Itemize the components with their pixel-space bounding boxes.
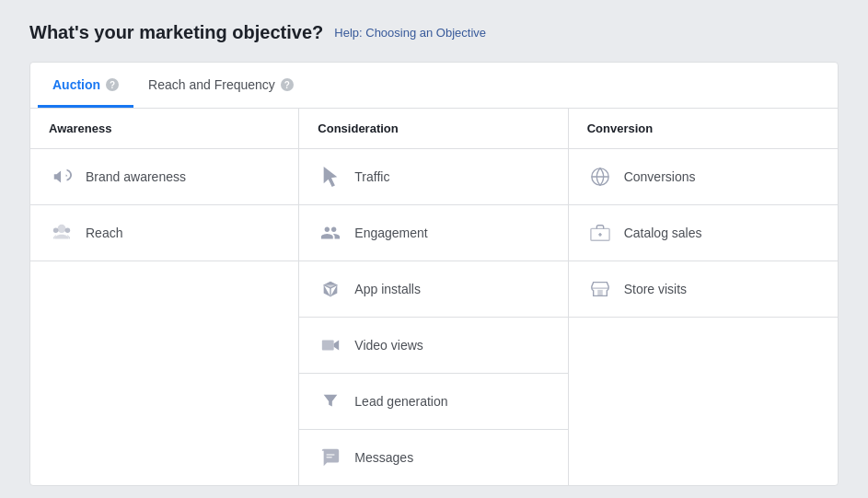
objectives-headers: Awareness Consideration Conversion xyxy=(30,109,838,149)
col-awareness: Brand awareness Reach xyxy=(30,149,299,485)
col-awareness-empty xyxy=(30,261,298,485)
col-header-awareness: Awareness xyxy=(30,109,299,149)
reach-icon xyxy=(49,220,75,246)
box-icon xyxy=(318,276,343,302)
engagement-icon xyxy=(318,220,343,246)
cart-icon xyxy=(587,220,613,246)
svg-marker-2 xyxy=(324,282,338,288)
obj-lead-generation-label: Lead generation xyxy=(354,394,447,409)
obj-store-visits-label: Store visits xyxy=(624,282,687,296)
obj-reach[interactable]: Reach xyxy=(30,205,298,261)
obj-traffic[interactable]: Traffic xyxy=(299,149,567,205)
col-conversion: Conversions Catalog sales xyxy=(569,149,838,485)
obj-brand-awareness[interactable]: Brand awareness xyxy=(30,149,298,205)
main-card: Auction ? Reach and Frequency ? Awarenes… xyxy=(29,62,839,486)
tab-auction[interactable]: Auction ? xyxy=(38,63,133,108)
obj-video-views-label: Video views xyxy=(354,338,422,353)
obj-reach-label: Reach xyxy=(86,226,122,240)
svg-point-0 xyxy=(53,228,59,234)
video-icon xyxy=(318,332,343,358)
help-link[interactable]: Help: Choosing an Objective xyxy=(334,26,486,40)
col-consideration: Traffic Engagement xyxy=(299,149,568,485)
page-title: What's your marketing objective? xyxy=(29,22,323,43)
obj-conversions[interactable]: Conversions xyxy=(569,149,838,205)
col-conversion-empty xyxy=(569,318,838,485)
tab-auction-info: ? xyxy=(106,78,119,91)
svg-rect-5 xyxy=(327,457,332,457)
funnel-icon xyxy=(318,388,343,414)
obj-app-installs-label: App installs xyxy=(354,282,421,296)
obj-video-views[interactable]: Video views xyxy=(299,318,567,374)
obj-catalog-sales[interactable]: Catalog sales xyxy=(569,205,838,261)
tab-reach-frequency-info: ? xyxy=(281,78,294,91)
tab-reach-frequency[interactable]: Reach and Frequency ? xyxy=(133,63,308,108)
globe-icon xyxy=(587,164,613,190)
obj-conversions-label: Conversions xyxy=(624,169,696,184)
tabs-bar: Auction ? Reach and Frequency ? xyxy=(30,63,838,109)
svg-rect-10 xyxy=(597,290,603,295)
obj-messages-label: Messages xyxy=(354,450,413,465)
megaphone-icon xyxy=(49,164,75,190)
obj-store-visits[interactable]: Store visits xyxy=(569,261,838,318)
obj-catalog-sales-label: Catalog sales xyxy=(624,226,702,240)
store-icon xyxy=(587,276,613,302)
tab-reach-frequency-label: Reach and Frequency xyxy=(148,77,275,92)
page-wrapper: What's your marketing objective? Help: C… xyxy=(0,0,868,498)
col-header-conversion: Conversion xyxy=(569,109,838,149)
obj-engagement[interactable]: Engagement xyxy=(299,205,567,261)
obj-traffic-label: Traffic xyxy=(354,169,389,184)
messages-icon xyxy=(318,445,343,470)
obj-brand-awareness-label: Brand awareness xyxy=(86,169,186,184)
obj-messages[interactable]: Messages xyxy=(299,430,567,485)
svg-rect-4 xyxy=(327,454,335,455)
svg-point-1 xyxy=(65,228,71,234)
objectives-body: Brand awareness Reach xyxy=(30,149,838,485)
col-header-consideration: Consideration xyxy=(299,109,568,149)
cursor-icon xyxy=(318,164,343,190)
svg-rect-3 xyxy=(322,341,334,351)
obj-engagement-label: Engagement xyxy=(354,226,427,240)
obj-lead-generation[interactable]: Lead generation xyxy=(299,374,567,430)
tab-auction-label: Auction xyxy=(52,77,100,92)
page-header: What's your marketing objective? Help: C… xyxy=(29,22,839,43)
obj-app-installs[interactable]: App installs xyxy=(299,261,567,318)
